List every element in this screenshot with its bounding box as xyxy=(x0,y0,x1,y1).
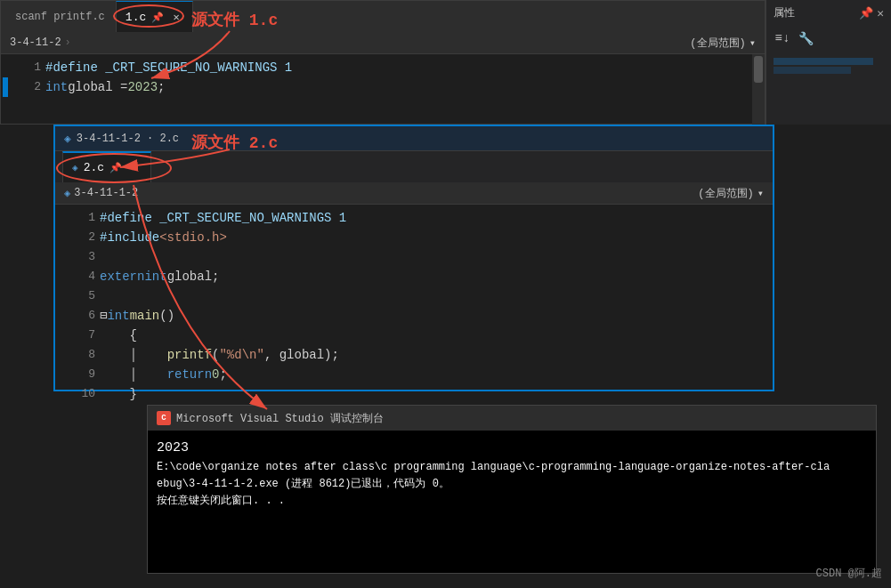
scope-dropdown-bottom[interactable]: (全局范围) ▾ xyxy=(698,186,764,201)
breadcrumb-path: 3-4-11-2 xyxy=(10,36,61,49)
code-b7: { xyxy=(100,326,137,345)
code-b2b: <stdio.h> xyxy=(159,228,227,247)
code-area-bottom: 1 #define _CRT_SECURE_NO_WARNINGS 1 2 #i… xyxy=(55,205,773,407)
code-area-top: 1 #define _CRT_SECURE_NO_WARNINGS 1 2 in… xyxy=(1,54,765,101)
line-num-2: 2 xyxy=(10,77,41,97)
vs-debug-icon: C xyxy=(157,411,171,425)
minimap-line xyxy=(774,67,851,74)
tab-2c-close[interactable]: ✕ xyxy=(127,161,142,175)
code-b6b: int xyxy=(107,306,129,326)
line-num-b7: 7 xyxy=(64,326,95,345)
scope-label: (全局范围) xyxy=(690,36,745,51)
code-token: ; xyxy=(158,77,165,97)
terminal-path-1: E:\code\organize notes after class\c pro… xyxy=(157,459,867,476)
terminal-exit-text: ebug\3-4-11-1-2.exe (进程 8612)已退出，代码为 0。 xyxy=(157,478,450,490)
close-panel-icon[interactable]: ✕ xyxy=(877,6,884,20)
tab-1c-close[interactable]: ✕ xyxy=(169,10,183,24)
code-b6a: ⊟ xyxy=(100,306,107,326)
line-num-b8: 8 xyxy=(64,345,95,365)
code-b8d: "%d\n" xyxy=(219,345,263,365)
settings-icon[interactable]: 🔧 xyxy=(797,29,814,47)
code-line-b5: 5 xyxy=(100,286,773,306)
pin-2c-icon: 📌 xyxy=(109,162,122,173)
code-line-2: 2 int global = 2023; xyxy=(45,77,765,97)
tab-2c[interactable]: ◈ 2.c 📌 ✕ xyxy=(62,151,151,182)
scrollbar-thumb xyxy=(754,56,763,83)
line-num-b10: 10 xyxy=(64,384,95,404)
terminal-output: 2023 xyxy=(157,438,867,459)
terminal-body[interactable]: 2023 E:\code\organize notes after class\… xyxy=(148,431,876,518)
terminal-close-hint-text: 按任意键关闭此窗口. . . xyxy=(157,495,285,507)
code-token: 2023 xyxy=(127,77,158,97)
editor-bottom: ◈ 3-4-11-1-2 · 2.c ◈ 2.c 📌 ✕ ◈ 3-4-11-1-… xyxy=(53,125,774,391)
line-num-b6: 6 xyxy=(64,306,95,326)
right-panel: 属性 📌 ✕ ≡↓ 🔧 xyxy=(765,0,891,125)
sort-icon[interactable]: ≡↓ xyxy=(774,29,791,47)
pin-panel-icon[interactable]: 📌 xyxy=(859,6,873,20)
breadcrumb-sep: › xyxy=(65,36,71,49)
code-line-b3: 3 xyxy=(100,247,773,267)
line-num-1: 1 xyxy=(10,58,41,77)
bottom-header-breadcrumb: 3-4-11-1-2 · 2.c xyxy=(77,133,179,145)
code-b1: #define _CRT_SECURE_NO_WARNINGS 1 xyxy=(100,208,346,228)
code-b2a: #include xyxy=(100,228,159,247)
code-line-1: 1 #define _CRT_SECURE_NO_WARNINGS 1 xyxy=(45,58,765,77)
breadcrumb-bottom: 3-4-11-1-2 xyxy=(74,187,138,199)
vs-icon: ◈ xyxy=(64,132,71,146)
code-token: int xyxy=(45,77,68,97)
code-b8b: printf xyxy=(167,345,212,365)
code-b8c: ( xyxy=(212,345,219,365)
code-line-b1: 1 #define _CRT_SECURE_NO_WARNINGS 1 xyxy=(100,208,773,228)
code-b6d: () xyxy=(159,306,174,326)
terminal-title: Microsoft Visual Studio 调试控制台 xyxy=(176,411,384,426)
code-line-b4: 4 extern int global; xyxy=(100,267,773,286)
minimap-line xyxy=(774,58,873,65)
code-token: global = xyxy=(68,77,127,97)
code-token: #define _CRT_SECURE_NO_WARNINGS 1 xyxy=(45,58,292,77)
terminal-path-text: E:\code\organize notes after class\c pro… xyxy=(157,461,830,473)
scrollbar-top[interactable] xyxy=(752,54,765,125)
line-num-b1: 1 xyxy=(64,208,95,228)
line-num-b5: 5 xyxy=(64,286,95,306)
code-line-b7: 7 { xyxy=(100,326,773,345)
code-line-b10: 10 } xyxy=(100,384,773,404)
code-line-b8: 8 │ printf("%d\n", global); xyxy=(100,345,773,365)
breadcrumb-bar-bottom: ◈ 3-4-11-1-2 (全局范围) ▾ xyxy=(55,182,773,205)
code-b4b: int xyxy=(144,267,166,286)
code-b9b: return xyxy=(167,365,212,384)
scope-dropdown[interactable]: (全局范围) ▾ xyxy=(690,36,756,51)
code-b10: } xyxy=(100,384,137,404)
code-b9d: ; xyxy=(219,365,226,384)
line-num-b2: 2 xyxy=(64,228,95,247)
line-indicator xyxy=(3,77,8,97)
code-line-b9: 9 │ return 0; xyxy=(100,365,773,384)
code-line-b6: 6 ⊟int main() xyxy=(100,306,773,326)
code-line-b2: 2 #include <stdio.h> xyxy=(100,228,773,247)
chevron-down-icon: ▾ xyxy=(749,36,756,50)
line-num-b9: 9 xyxy=(64,365,95,384)
scope-label-bottom: (全局范围) xyxy=(698,186,753,201)
tab-2c-label: 2.c xyxy=(84,161,104,174)
chevron-down-icon-bottom: ▾ xyxy=(757,187,764,200)
tab-1c[interactable]: 1.c 📌 ✕ xyxy=(116,1,193,32)
code-b9a: │ xyxy=(100,365,167,384)
line-num-b4: 4 xyxy=(64,267,95,286)
terminal-path-2: ebug\3-4-11-1-2.exe (进程 8612)已退出，代码为 0。 xyxy=(157,476,867,493)
code-b9c: 0 xyxy=(212,365,219,384)
code-b8e: , global); xyxy=(264,345,339,365)
terminal-title-bar: C Microsoft Visual Studio 调试控制台 xyxy=(148,406,876,431)
csdn-watermark: CSDN @阿.超 xyxy=(816,566,882,581)
tab-1c-label: 1.c xyxy=(126,11,146,24)
sidebar-file-label: scanf printf.c xyxy=(8,7,112,27)
file-icon: ◈ xyxy=(72,162,78,173)
pin-icon: 📌 xyxy=(151,12,164,23)
bottom-file-icon: ◈ xyxy=(64,187,70,200)
right-panel-title: 属性 xyxy=(774,5,795,20)
code-b8a: │ xyxy=(100,345,167,365)
breadcrumb-bar-top: 3-4-11-2 › (全局范围) ▾ xyxy=(1,32,765,54)
terminal-window: C Microsoft Visual Studio 调试控制台 2023 E:\… xyxy=(147,405,877,574)
code-b4c: global; xyxy=(167,267,220,286)
editor-top: scanf printf.c 1.c 📌 ✕ 3-4-11-2 › (全局范围)… xyxy=(0,0,765,125)
code-b4a: extern xyxy=(100,267,144,286)
right-panel-toolbar: ≡↓ 🔧 xyxy=(766,26,891,51)
